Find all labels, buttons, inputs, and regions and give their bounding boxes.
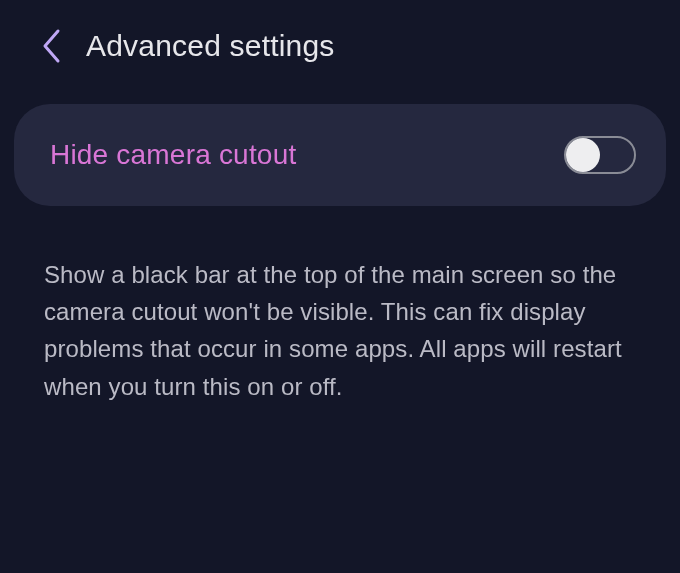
back-button[interactable] <box>40 28 62 64</box>
setting-description: Show a black bar at the top of the main … <box>0 218 680 425</box>
page-title: Advanced settings <box>86 29 335 63</box>
toggle-thumb <box>566 138 600 172</box>
header: Advanced settings <box>0 0 680 92</box>
setting-label: Hide camera cutout <box>50 139 296 171</box>
toggle-switch[interactable] <box>564 136 636 174</box>
chevron-left-icon <box>40 28 62 64</box>
setting-card[interactable]: Hide camera cutout <box>14 104 666 206</box>
